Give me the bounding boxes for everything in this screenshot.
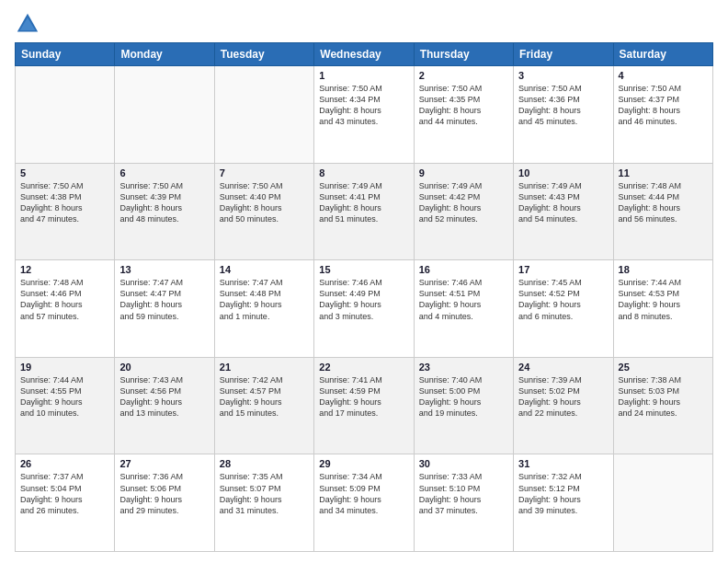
logo — [15, 11, 44, 37]
day-info: Sunrise: 7:44 AM Sunset: 4:53 PM Dayligh… — [619, 277, 708, 322]
day-number: 26 — [20, 458, 109, 469]
calendar-cell: 16Sunrise: 7:46 AM Sunset: 4:51 PM Dayli… — [414, 260, 513, 358]
day-info: Sunrise: 7:43 AM Sunset: 4:56 PM Dayligh… — [119, 374, 209, 419]
calendar-cell: 19Sunrise: 7:44 AM Sunset: 4:55 PM Dayli… — [16, 357, 115, 454]
day-number: 9 — [419, 167, 508, 178]
calendar-cell: 8Sunrise: 7:49 AM Sunset: 4:41 PM Daylig… — [314, 163, 414, 260]
calendar-cell: 13Sunrise: 7:47 AM Sunset: 4:47 PM Dayli… — [115, 260, 214, 358]
calendar-week-4: 19Sunrise: 7:44 AM Sunset: 4:55 PM Dayli… — [16, 357, 713, 454]
day-info: Sunrise: 7:46 AM Sunset: 4:51 PM Dayligh… — [419, 277, 508, 322]
day-info: Sunrise: 7:50 AM Sunset: 4:36 PM Dayligh… — [518, 83, 608, 128]
calendar-cell: 22Sunrise: 7:41 AM Sunset: 4:59 PM Dayli… — [314, 357, 414, 454]
calendar-cell: 17Sunrise: 7:45 AM Sunset: 4:52 PM Dayli… — [514, 260, 613, 358]
calendar-cell: 4Sunrise: 7:50 AM Sunset: 4:37 PM Daylig… — [613, 66, 712, 164]
day-number: 12 — [20, 264, 109, 275]
calendar-cell: 21Sunrise: 7:42 AM Sunset: 4:57 PM Dayli… — [214, 357, 313, 454]
calendar-cell: 10Sunrise: 7:49 AM Sunset: 4:43 PM Dayli… — [514, 163, 613, 260]
calendar-week-5: 26Sunrise: 7:37 AM Sunset: 5:04 PM Dayli… — [16, 454, 713, 552]
calendar-cell: 27Sunrise: 7:36 AM Sunset: 5:06 PM Dayli… — [115, 454, 214, 552]
calendar-header-friday: Friday — [514, 43, 613, 66]
calendar-cell: 18Sunrise: 7:44 AM Sunset: 4:53 PM Dayli… — [613, 260, 712, 358]
day-number: 24 — [518, 362, 608, 373]
day-info: Sunrise: 7:40 AM Sunset: 5:00 PM Dayligh… — [419, 374, 508, 419]
day-number: 25 — [619, 362, 708, 373]
day-number: 23 — [419, 362, 508, 373]
day-number: 21 — [220, 362, 309, 373]
day-number: 2 — [419, 70, 508, 81]
day-number: 14 — [220, 264, 309, 275]
day-number: 22 — [319, 362, 408, 373]
day-number: 5 — [20, 167, 109, 178]
day-number: 16 — [419, 264, 508, 275]
calendar-cell: 3Sunrise: 7:50 AM Sunset: 4:36 PM Daylig… — [514, 66, 613, 164]
day-number: 19 — [20, 362, 109, 373]
day-number: 7 — [220, 167, 309, 178]
day-number: 6 — [119, 167, 209, 178]
day-number: 29 — [319, 458, 408, 469]
day-number: 31 — [518, 458, 608, 469]
calendar-cell: 30Sunrise: 7:33 AM Sunset: 5:10 PM Dayli… — [414, 454, 513, 552]
day-info: Sunrise: 7:37 AM Sunset: 5:04 PM Dayligh… — [20, 471, 109, 516]
calendar-header-monday: Monday — [115, 43, 214, 66]
day-info: Sunrise: 7:36 AM Sunset: 5:06 PM Dayligh… — [119, 471, 209, 516]
day-number: 1 — [319, 70, 408, 81]
calendar-header-saturday: Saturday — [613, 43, 712, 66]
day-number: 27 — [119, 458, 209, 469]
day-number: 4 — [619, 70, 708, 81]
day-info: Sunrise: 7:44 AM Sunset: 4:55 PM Dayligh… — [20, 374, 109, 419]
calendar-cell: 26Sunrise: 7:37 AM Sunset: 5:04 PM Dayli… — [16, 454, 115, 552]
day-info: Sunrise: 7:48 AM Sunset: 4:46 PM Dayligh… — [20, 277, 109, 322]
calendar-cell: 15Sunrise: 7:46 AM Sunset: 4:49 PM Dayli… — [314, 260, 414, 358]
calendar-cell: 29Sunrise: 7:34 AM Sunset: 5:09 PM Dayli… — [314, 454, 414, 552]
calendar-cell: 7Sunrise: 7:50 AM Sunset: 4:40 PM Daylig… — [214, 163, 313, 260]
calendar-cell: 28Sunrise: 7:35 AM Sunset: 5:07 PM Dayli… — [214, 454, 313, 552]
logo-icon — [15, 11, 40, 37]
day-number: 3 — [518, 70, 608, 81]
day-number: 20 — [119, 362, 209, 373]
calendar-cell: 11Sunrise: 7:48 AM Sunset: 4:44 PM Dayli… — [613, 163, 712, 260]
calendar-cell: 20Sunrise: 7:43 AM Sunset: 4:56 PM Dayli… — [115, 357, 214, 454]
calendar-header-tuesday: Tuesday — [214, 43, 313, 66]
day-number: 28 — [220, 458, 309, 469]
day-info: Sunrise: 7:32 AM Sunset: 5:12 PM Dayligh… — [518, 471, 608, 516]
day-number: 15 — [319, 264, 408, 275]
day-info: Sunrise: 7:39 AM Sunset: 5:02 PM Dayligh… — [518, 374, 608, 419]
day-info: Sunrise: 7:47 AM Sunset: 4:48 PM Dayligh… — [220, 277, 309, 322]
calendar-header-wednesday: Wednesday — [314, 43, 414, 66]
page: SundayMondayTuesdayWednesdayThursdayFrid… — [0, 0, 728, 563]
day-info: Sunrise: 7:48 AM Sunset: 4:44 PM Dayligh… — [619, 180, 708, 225]
day-info: Sunrise: 7:35 AM Sunset: 5:07 PM Dayligh… — [220, 471, 309, 516]
calendar-cell: 24Sunrise: 7:39 AM Sunset: 5:02 PM Dayli… — [514, 357, 613, 454]
day-number: 30 — [419, 458, 508, 469]
calendar-table: SundayMondayTuesdayWednesdayThursdayFrid… — [15, 42, 713, 552]
day-number: 17 — [518, 264, 608, 275]
day-info: Sunrise: 7:50 AM Sunset: 4:40 PM Dayligh… — [220, 180, 309, 225]
calendar-cell: 31Sunrise: 7:32 AM Sunset: 5:12 PM Dayli… — [514, 454, 613, 552]
calendar-week-3: 12Sunrise: 7:48 AM Sunset: 4:46 PM Dayli… — [16, 260, 713, 358]
calendar-header-sunday: Sunday — [16, 43, 115, 66]
day-number: 11 — [619, 167, 708, 178]
day-info: Sunrise: 7:50 AM Sunset: 4:35 PM Dayligh… — [419, 83, 508, 128]
calendar-cell: 5Sunrise: 7:50 AM Sunset: 4:38 PM Daylig… — [16, 163, 115, 260]
day-info: Sunrise: 7:49 AM Sunset: 4:42 PM Dayligh… — [419, 180, 508, 225]
day-info: Sunrise: 7:46 AM Sunset: 4:49 PM Dayligh… — [319, 277, 408, 322]
calendar-cell — [613, 454, 712, 552]
day-info: Sunrise: 7:42 AM Sunset: 4:57 PM Dayligh… — [220, 374, 309, 419]
day-number: 8 — [319, 167, 408, 178]
calendar-cell — [214, 66, 313, 164]
calendar-cell: 2Sunrise: 7:50 AM Sunset: 4:35 PM Daylig… — [414, 66, 513, 164]
calendar-cell — [16, 66, 115, 164]
calendar-cell: 9Sunrise: 7:49 AM Sunset: 4:42 PM Daylig… — [414, 163, 513, 260]
calendar-cell: 6Sunrise: 7:50 AM Sunset: 4:39 PM Daylig… — [115, 163, 214, 260]
day-info: Sunrise: 7:45 AM Sunset: 4:52 PM Dayligh… — [518, 277, 608, 322]
calendar-cell: 25Sunrise: 7:38 AM Sunset: 5:03 PM Dayli… — [613, 357, 712, 454]
header — [15, 11, 713, 37]
calendar-header-thursday: Thursday — [414, 43, 513, 66]
calendar-cell: 12Sunrise: 7:48 AM Sunset: 4:46 PM Dayli… — [16, 260, 115, 358]
day-info: Sunrise: 7:50 AM Sunset: 4:37 PM Dayligh… — [619, 83, 708, 128]
calendar-cell: 1Sunrise: 7:50 AM Sunset: 4:34 PM Daylig… — [314, 66, 414, 164]
day-info: Sunrise: 7:38 AM Sunset: 5:03 PM Dayligh… — [619, 374, 708, 419]
day-info: Sunrise: 7:50 AM Sunset: 4:34 PM Dayligh… — [319, 83, 408, 128]
day-info: Sunrise: 7:47 AM Sunset: 4:47 PM Dayligh… — [119, 277, 209, 322]
day-info: Sunrise: 7:49 AM Sunset: 4:41 PM Dayligh… — [319, 180, 408, 225]
